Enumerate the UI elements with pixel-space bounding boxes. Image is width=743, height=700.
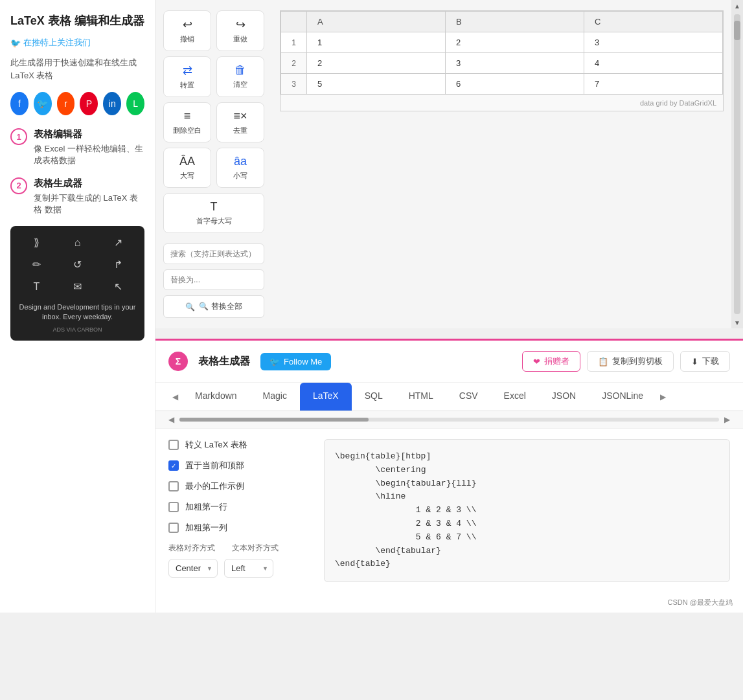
tab-sql[interactable]: SQL xyxy=(352,383,396,411)
twitter-share-button[interactable]: 🐦 xyxy=(34,92,52,115)
checkbox-minimal[interactable] xyxy=(168,481,179,491)
uppercase-icon: ÂA xyxy=(179,155,195,168)
table-cell-1-a[interactable]: 1 xyxy=(307,32,446,53)
align-labels: 表格对齐方式 文本对齐方式 xyxy=(168,543,311,554)
table-cell-3-c[interactable]: 7 xyxy=(584,74,723,95)
tab-json[interactable]: JSON xyxy=(539,383,589,411)
table-header-row: A B C xyxy=(281,12,723,32)
editor-section: ↩ 撤销 ↪ 重做 ⇄ 转置 🗑 清空 xyxy=(155,0,743,328)
linkedin-share-button[interactable]: in xyxy=(103,92,121,115)
capitalize-icon: T xyxy=(211,200,218,214)
tab-markdown[interactable]: Markdown xyxy=(182,383,250,411)
text-align-select[interactable]: Left Center Right xyxy=(224,559,273,578)
table-align-select[interactable]: Center Left Right xyxy=(168,559,218,578)
feature-desc-2: 复制并下载生成的 LaTeX 表格 数据 xyxy=(34,192,144,216)
tab-jsonline[interactable]: JSONLine xyxy=(589,383,656,411)
scrollbar[interactable]: ▲ ▼ xyxy=(731,0,743,328)
feature-item-1: 1 表格编辑器 像 Excel 一样轻松地编辑、生成表格数据 xyxy=(10,128,144,166)
table-rownum-1: 1 xyxy=(281,32,307,53)
capitalize-button[interactable]: T 首字母大写 xyxy=(163,193,264,233)
header-actions: ❤ 捐赠者 📋 复制到剪切板 ⬇ 下载 xyxy=(522,351,730,372)
search-input[interactable] xyxy=(163,243,264,264)
toolbar-row-4: ÂA 大写 âa 小写 xyxy=(163,148,264,188)
tab-latex[interactable]: LaTeX xyxy=(300,383,352,411)
toolbar-row-1: ↩ 撤销 ↪ 重做 xyxy=(163,10,264,51)
donate-button[interactable]: ❤ 捐赠者 xyxy=(522,351,580,372)
code-output[interactable]: \begin{table}[htbp] \centering \begin{ta… xyxy=(324,439,730,582)
toolbar-row-5: T 首字母大写 xyxy=(163,193,264,233)
deduplicate-icon: ≡× xyxy=(233,109,247,123)
facebook-share-button[interactable]: f xyxy=(10,92,29,115)
download-button[interactable]: ⬇ 下载 xyxy=(680,351,730,372)
checkbox-bold-first-row[interactable] xyxy=(168,502,179,512)
table-row: 2 2 3 4 xyxy=(281,53,723,74)
table-cell-3-a[interactable]: 5 xyxy=(307,74,446,95)
replace-all-button[interactable]: 🔍 🔍 替换全部 xyxy=(163,295,264,318)
toolbar-row-3: ≡ 删除空白 ≡× 去重 xyxy=(163,102,264,142)
deduplicate-button[interactable]: ≡× 去重 xyxy=(216,102,264,142)
pinterest-share-button[interactable]: P xyxy=(80,92,98,115)
scroll-track xyxy=(734,14,740,314)
align-section: 表格对齐方式 文本对齐方式 Center Left Right xyxy=(168,543,311,578)
reddit-share-button[interactable]: r xyxy=(57,92,75,115)
undo-button[interactable]: ↩ 撤销 xyxy=(163,10,211,51)
lowercase-button[interactable]: âa 小写 xyxy=(216,148,264,188)
grid-area: A B C 1 1 2 3 xyxy=(272,0,731,328)
h-scroll-thumb[interactable] xyxy=(179,418,369,422)
tab-html[interactable]: HTML xyxy=(396,383,446,411)
table-cell-2-c[interactable]: 4 xyxy=(584,53,723,74)
clear-icon: 🗑 xyxy=(234,63,246,77)
page-footer: CSDN @最爱大盘鸡 xyxy=(155,593,743,613)
ad-icon-1: ⟫ xyxy=(18,234,55,252)
redo-icon: ↪ xyxy=(236,17,246,32)
tab-excel[interactable]: Excel xyxy=(491,383,539,411)
copy-button[interactable]: 📋 复制到剪切板 xyxy=(587,351,674,372)
h-scroll-right-arrow[interactable]: ▶ xyxy=(724,415,730,424)
tab-magic[interactable]: Magic xyxy=(250,383,300,411)
tab-scroll-right[interactable]: ▶ xyxy=(656,387,670,407)
ad-icon-2: ⌂ xyxy=(59,234,96,252)
transpose-icon: ⇄ xyxy=(183,63,192,78)
feature-title-1: 表格编辑器 xyxy=(34,128,144,141)
remove-whitespace-icon: ≡ xyxy=(184,109,191,123)
table-cell-1-c[interactable]: 3 xyxy=(584,32,723,53)
lowercase-icon: âa xyxy=(234,155,247,168)
table-header-rownum xyxy=(281,12,307,32)
checkbox-bold-first-col[interactable] xyxy=(168,523,179,533)
h-scroll-track xyxy=(179,418,719,422)
generator-section: Σ 表格生成器 🐦 Follow Me ❤ 捐赠者 📋 复制到剪切板 xyxy=(155,339,743,613)
ad-icon-7: T xyxy=(18,278,55,296)
transpose-button[interactable]: ⇄ 转置 xyxy=(163,56,211,97)
scroll-up-arrow[interactable]: ▲ xyxy=(731,0,743,12)
table-cell-1-b[interactable]: 2 xyxy=(446,32,584,53)
table-header-a: A xyxy=(307,12,446,32)
checkbox-top[interactable]: ✓ xyxy=(168,460,179,471)
ad-icon-3: ↗ xyxy=(100,234,137,252)
follow-button[interactable]: 🐦 Follow Me xyxy=(260,353,331,370)
clear-button[interactable]: 🗑 清空 xyxy=(216,56,264,97)
line-share-button[interactable]: L xyxy=(126,92,144,115)
toolbar-row-2: ⇄ 转置 🗑 清空 xyxy=(163,56,264,97)
remove-whitespace-button[interactable]: ≡ 删除空白 xyxy=(163,102,211,142)
ad-icons-grid: ⟫ ⌂ ↗ ✏ ↺ ↱ T ✉ ↖ xyxy=(18,234,137,296)
replace-input[interactable] xyxy=(163,269,264,290)
table-cell-2-a[interactable]: 2 xyxy=(307,53,446,74)
twitter-link[interactable]: 🐦 在推特上关注我们 xyxy=(10,37,144,49)
ad-box[interactable]: ⟫ ⌂ ↗ ✏ ↺ ↱ T ✉ ↖ Design and Development… xyxy=(10,226,144,341)
tab-csv[interactable]: CSV xyxy=(446,383,491,411)
table-row: 3 5 6 7 xyxy=(281,74,723,95)
toolbar: ↩ 撤销 ↪ 重做 ⇄ 转置 🗑 清空 xyxy=(155,0,272,328)
table-header-c: C xyxy=(584,12,723,32)
scroll-thumb[interactable] xyxy=(734,21,740,40)
redo-button[interactable]: ↪ 重做 xyxy=(216,10,264,51)
tab-scroll-left[interactable]: ◀ xyxy=(168,387,182,407)
option-minimal: 最小的工作示例 xyxy=(168,480,311,492)
option-top: ✓ 置于当前和顶部 xyxy=(168,460,311,471)
table-cell-2-b[interactable]: 3 xyxy=(446,53,584,74)
download-icon: ⬇ xyxy=(691,357,698,367)
uppercase-button[interactable]: ÂA 大写 xyxy=(163,148,211,188)
scroll-down-arrow[interactable]: ▼ xyxy=(731,317,743,328)
table-cell-3-b[interactable]: 6 xyxy=(446,74,584,95)
checkbox-escape[interactable] xyxy=(168,440,179,450)
h-scroll-left-arrow[interactable]: ◀ xyxy=(168,415,174,424)
